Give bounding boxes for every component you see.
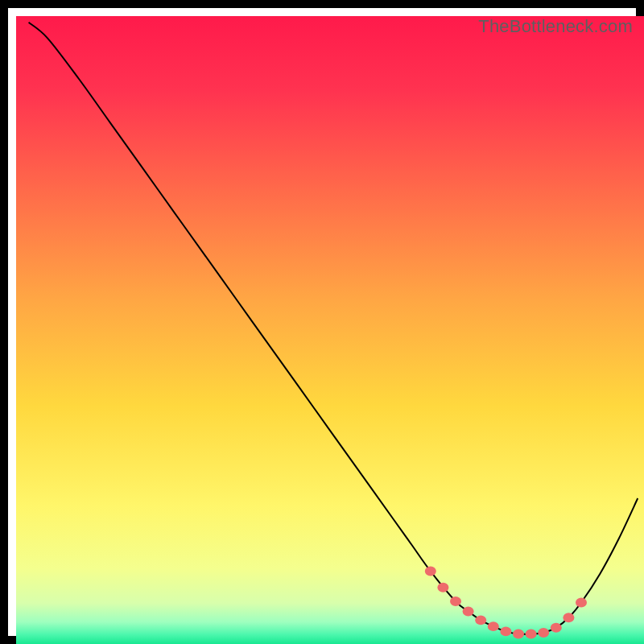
marker-dot bbox=[563, 613, 574, 622]
marker-dot bbox=[437, 583, 448, 592]
marker-dot bbox=[538, 628, 549, 638]
curve-layer bbox=[16, 16, 644, 644]
marker-dot bbox=[450, 597, 461, 606]
chart-frame: TheBottleneck.com bbox=[0, 0, 644, 644]
marker-dot bbox=[425, 567, 436, 576]
plot-area: TheBottleneck.com bbox=[16, 16, 644, 644]
marker-dot bbox=[526, 630, 537, 639]
marker-dot bbox=[488, 621, 499, 631]
marker-dot bbox=[576, 598, 587, 608]
marker-dot bbox=[475, 615, 486, 625]
marker-dot bbox=[463, 606, 474, 616]
marker-dot bbox=[500, 626, 511, 636]
marker-dot bbox=[551, 623, 562, 633]
marker-dot bbox=[513, 630, 524, 639]
bottleneck-curve bbox=[29, 23, 638, 634]
optimal-range-markers bbox=[425, 567, 587, 639]
watermark-text: TheBottleneck.com bbox=[478, 16, 633, 37]
